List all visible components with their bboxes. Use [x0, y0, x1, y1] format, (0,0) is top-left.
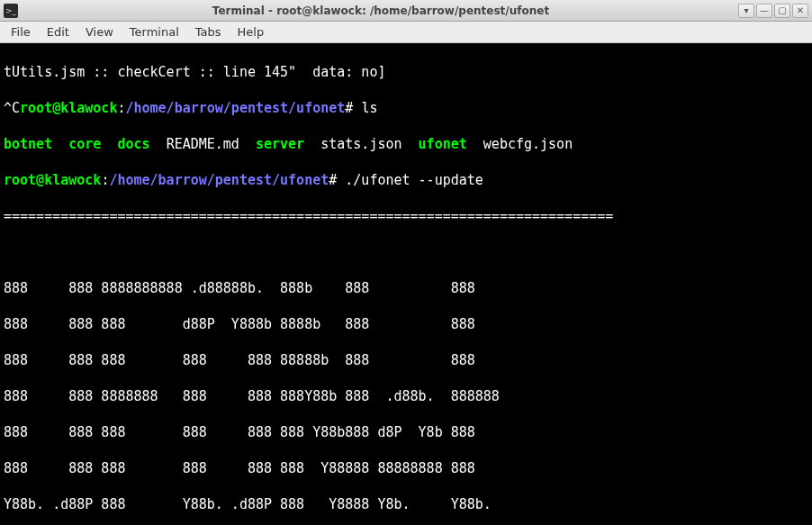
window-titlebar: >_ Terminal - root@klawock: /home/barrow…: [0, 0, 812, 22]
ls-exec-ufonet: ufonet: [419, 136, 467, 152]
prompt-path: /home/barrow/pentest/ufonet: [125, 100, 345, 116]
ls-dir-botnet: botnet: [4, 136, 52, 152]
prompt-hash: #: [345, 100, 361, 116]
terminal-app-icon: >_: [4, 4, 18, 18]
menu-view[interactable]: View: [78, 23, 121, 41]
banner-line: 888 888 888 888 888 88888b 888 888: [4, 352, 508, 368]
window-title: Terminal - root@klawock: /home/barrow/pe…: [23, 5, 738, 17]
menubar: File Edit View Terminal Tabs Help: [0, 22, 812, 43]
ls-file-stats: stats.json: [320, 136, 401, 152]
prompt-path: /home/barrow/pentest/ufonet: [109, 172, 329, 188]
close-button[interactable]: ✕: [792, 4, 808, 18]
dropdown-button[interactable]: ▾: [738, 4, 754, 18]
banner-line: 888 888 8888888888 .d88888b. 888b 888 88…: [4, 280, 508, 296]
command-ls: ls: [361, 100, 377, 116]
menu-file[interactable]: File: [4, 23, 38, 41]
ls-file-readme: README.md: [167, 136, 239, 152]
ls-file-webcfg: webcfg.json: [483, 136, 573, 152]
menu-tabs[interactable]: Tabs: [188, 23, 229, 41]
menu-edit[interactable]: Edit: [40, 23, 77, 41]
menu-terminal[interactable]: Terminal: [122, 23, 186, 41]
prompt-user: root@klawock: [4, 172, 101, 188]
ls-dir-core: core: [68, 136, 101, 152]
terminal-output[interactable]: tUtils.jsm :: checkCert :: line 145" dat…: [0, 43, 812, 525]
output-line: tUtils.jsm :: checkCert :: line 145" dat…: [4, 64, 385, 80]
banner-line: 888 888 8888888 888 888 888Y88b 888 .d88…: [4, 388, 508, 404]
window-controls: ▾ — ▢ ✕: [738, 4, 808, 18]
maximize-button[interactable]: ▢: [774, 4, 790, 18]
ls-dir-server: server: [256, 136, 304, 152]
banner-line: 888 888 888 888 888 888 Y88b888 d8P Y8b …: [4, 424, 508, 440]
banner-line: 888 888 888 d88P Y888b 8888b 888 888: [4, 316, 508, 332]
command-update: ./ufonet --update: [345, 172, 483, 188]
banner-line: Y88b. .d88P 888 Y88b. .d88P 888 Y8888 Y8…: [4, 496, 508, 512]
menu-help[interactable]: Help: [230, 23, 272, 41]
ctrl-c: ^C: [4, 100, 20, 116]
prompt-hash: #: [329, 172, 345, 188]
divider: ========================================…: [4, 208, 613, 224]
ls-dir-docs: docs: [117, 136, 149, 152]
prompt-user: root@klawock: [20, 100, 117, 116]
banner-line: 888 888 888 888 888 888 Y88888 88888888 …: [4, 460, 508, 476]
minimize-button[interactable]: —: [756, 4, 772, 18]
